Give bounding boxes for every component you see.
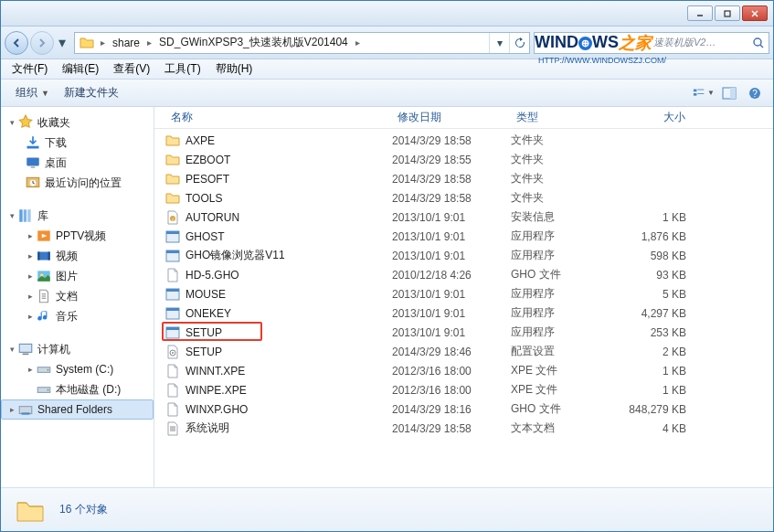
- column-size[interactable]: 大小: [620, 110, 712, 125]
- file-type: 应用程序: [511, 305, 620, 321]
- file-row[interactable]: 系统说明2014/3/29 18:58文本文档4 KB: [154, 419, 773, 438]
- column-headers: 名称 修改日期 类型 大小: [154, 107, 773, 129]
- file-type: GHO 文件: [511, 267, 620, 282]
- sidebar-libraries[interactable]: ▾ 库: [1, 206, 154, 226]
- sidebar-item[interactable]: ▸音乐: [1, 306, 154, 326]
- file-name: GHO镜像浏览器V11: [186, 248, 285, 263]
- file-type: 文件夹: [511, 190, 620, 206]
- file-date: 2012/3/16 18:00: [392, 365, 511, 378]
- file-row[interactable]: AXPE2014/3/29 18:58文件夹: [154, 131, 773, 150]
- file-row[interactable]: PESOFT2014/3/29 18:58文件夹: [154, 169, 773, 188]
- breadcrumb-segment[interactable]: SD_GWinXPSP3_快速装机版V201404: [154, 33, 354, 53]
- search-box[interactable]: WIND⊕WS 之家 速装机版V2… HTTP://WWW.WINDOWSZJ.…: [534, 32, 769, 54]
- toolbar: 组织 ▼ 新建文件夹 ▼ ?: [1, 80, 773, 107]
- caret-icon[interactable]: ▾: [6, 345, 17, 354]
- svg-rect-27: [19, 344, 32, 352]
- address-dropdown-button[interactable]: ▾: [489, 33, 509, 53]
- menu-tools[interactable]: 工具(T): [157, 61, 207, 77]
- inf-icon: [165, 210, 180, 225]
- view-options-button[interactable]: ▼: [693, 83, 715, 103]
- search-icon[interactable]: [752, 37, 765, 49]
- address-bar[interactable]: ▸ share ▸ SD_GWinXPSP3_快速装机版V201404 ▸ ▾: [74, 32, 530, 54]
- status-count: 16 个对象: [59, 502, 108, 517]
- sidebar-favorites[interactable]: ▾ 收藏夹: [1, 112, 154, 133]
- sidebar-computer[interactable]: ▾ 计算机: [1, 339, 154, 359]
- sidebar-label: 计算机: [37, 342, 70, 357]
- file-name: WINPE.XPE: [186, 384, 247, 397]
- file-date: 2013/10/1 9:01: [392, 307, 511, 320]
- menu-view[interactable]: 查看(V): [106, 61, 157, 77]
- file-row[interactable]: ONEKEY2013/10/1 9:01应用程序4,297 KB: [154, 303, 773, 323]
- file-date: 2013/10/1 9:01: [392, 250, 511, 262]
- svg-point-4: [754, 38, 761, 46]
- sidebar-item[interactable]: ▸图片: [1, 266, 154, 286]
- file-date: 2010/12/18 4:26: [392, 269, 511, 282]
- file-list[interactable]: AXPE2014/3/29 18:58文件夹EZBOOT2014/3/29 18…: [154, 129, 773, 487]
- preview-pane-button[interactable]: [718, 83, 740, 103]
- file-row[interactable]: MOUSE2013/10/1 9:01应用程序5 KB: [154, 284, 773, 303]
- file-row[interactable]: GHO镜像浏览器V112013/10/1 9:01应用程序598 KB: [154, 246, 773, 265]
- file-date: 2012/3/16 18:00: [392, 384, 511, 397]
- file-row[interactable]: GHOST2013/10/1 9:01应用程序1,876 KB: [154, 227, 773, 246]
- file-row[interactable]: SETUP2013/10/1 9:01应用程序253 KB: [154, 323, 773, 342]
- txt-icon: [165, 421, 180, 436]
- exe-icon: [165, 229, 180, 244]
- forward-button[interactable]: [30, 31, 54, 55]
- svg-rect-19: [24, 209, 27, 222]
- help-button[interactable]: ?: [744, 83, 766, 103]
- svg-text:?: ?: [752, 89, 758, 99]
- sidebar-item-c-drive[interactable]: ▸System (C:): [1, 359, 154, 379]
- file-name: GHOST: [186, 230, 225, 243]
- file-size: 4,297 KB: [620, 307, 712, 320]
- file-row[interactable]: EZBOOT2014/3/29 18:55文件夹: [154, 150, 773, 169]
- file-type: 配置设置: [511, 344, 620, 359]
- file-row[interactable]: WINNT.XPE2012/3/16 18:00XPE 文件1 KB: [154, 361, 773, 380]
- svg-rect-8: [694, 93, 697, 96]
- svg-point-32: [48, 389, 49, 391]
- sidebar-item-recent[interactable]: 最近访问的位置: [1, 173, 154, 193]
- file-row[interactable]: SETUP2014/3/29 18:46配置设置2 KB: [154, 342, 773, 361]
- column-date[interactable]: 修改日期: [392, 110, 511, 125]
- organize-button[interactable]: 组织 ▼: [8, 83, 57, 102]
- chevron-right-icon: ▸: [145, 37, 154, 48]
- file-type: XPE 文件: [511, 363, 620, 378]
- new-folder-button[interactable]: 新建文件夹: [57, 83, 126, 102]
- column-type[interactable]: 类型: [511, 110, 620, 125]
- file-icon: [165, 268, 180, 282]
- maximize-button[interactable]: [715, 5, 740, 21]
- menu-edit[interactable]: 编辑(E): [55, 61, 106, 77]
- menu-help[interactable]: 帮助(H): [208, 61, 260, 77]
- nav-history-dropdown[interactable]: ▾: [56, 31, 69, 55]
- file-row[interactable]: TOOLS2014/3/29 18:58文件夹: [154, 188, 773, 207]
- file-row[interactable]: AUTORUN2013/10/1 9:01安装信息1 KB: [154, 207, 773, 227]
- file-icon: [165, 364, 180, 378]
- sidebar-item[interactable]: ▸PPTV视频: [1, 226, 154, 246]
- sidebar-item-downloads[interactable]: 下载: [1, 133, 154, 153]
- breadcrumb-segment[interactable]: share: [107, 33, 145, 53]
- file-size: 1 KB: [620, 365, 712, 378]
- file-row[interactable]: HD-5.GHO2010/12/18 4:26GHO 文件93 KB: [154, 265, 773, 284]
- sidebar-item[interactable]: ▸视频: [1, 246, 154, 266]
- chevron-right-icon: ▸: [354, 37, 362, 48]
- minimize-button[interactable]: [687, 5, 713, 21]
- column-name[interactable]: 名称: [165, 110, 392, 125]
- file-size: 2 KB: [620, 346, 712, 358]
- menu-file[interactable]: 文件(F): [5, 61, 55, 77]
- refresh-button[interactable]: [509, 33, 529, 53]
- status-bar: 16 个对象: [1, 487, 773, 531]
- sidebar-item-shared-folders[interactable]: ▸Shared Folders: [1, 399, 154, 420]
- sidebar-item[interactable]: ▸文档: [1, 286, 154, 306]
- caret-icon[interactable]: ▾: [6, 118, 17, 127]
- file-row[interactable]: WINPE.XPE2012/3/16 18:00XPE 文件1 KB: [154, 380, 773, 399]
- file-row[interactable]: WINXP.GHO2014/3/29 18:16GHO 文件848,279 KB: [154, 399, 773, 419]
- sidebar[interactable]: ▾ 收藏夹 下载 桌面 最近访问的位置: [1, 107, 154, 487]
- back-button[interactable]: [5, 31, 28, 55]
- file-name: WINNT.XPE: [186, 365, 245, 378]
- organize-label: 组织: [16, 85, 37, 101]
- sidebar-item-desktop[interactable]: 桌面: [1, 153, 154, 173]
- file-name: SETUP: [186, 346, 222, 358]
- caret-icon[interactable]: ▾: [6, 211, 17, 220]
- close-button[interactable]: [742, 5, 768, 21]
- sidebar-item-d-drive[interactable]: 本地磁盘 (D:): [1, 379, 154, 399]
- file-name: WINXP.GHO: [186, 403, 248, 416]
